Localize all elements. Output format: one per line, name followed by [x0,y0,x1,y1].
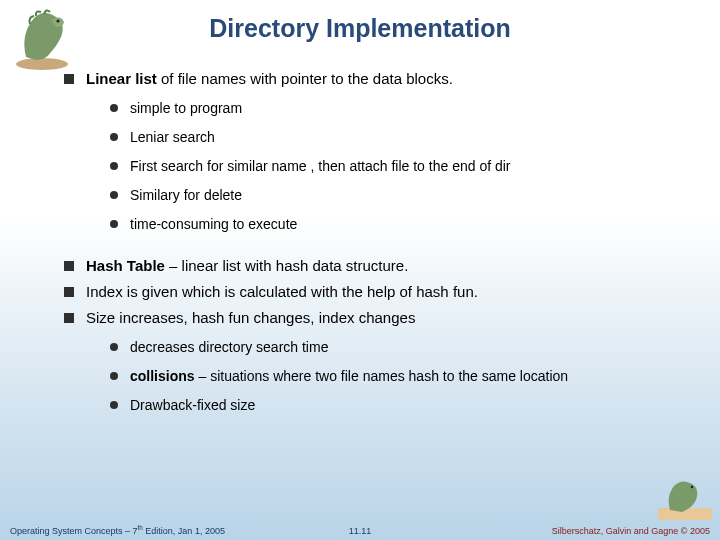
svg-point-0 [16,58,68,70]
slide-footer: Operating System Concepts – 7th Edition,… [0,524,720,536]
footer-page-number: 11.11 [349,526,372,536]
subbullet: collisions – situations where two file n… [110,367,678,386]
dot-bullet-icon [110,162,118,170]
subbullet: Leniar search [110,128,678,147]
bullet-size: Size increases, hash fun changes, index … [64,308,678,328]
dot-bullet-icon [110,191,118,199]
subbullet: simple to program [110,99,678,118]
slide-title: Directory Implementation [0,0,720,69]
subbullet: First search for similar name , then att… [110,157,678,176]
bullet-index: Index is given which is calculated with … [64,282,678,302]
slide-content: Linear list of file names with pointer t… [0,69,720,415]
dot-bullet-icon [110,220,118,228]
dot-bullet-icon [110,343,118,351]
subbullet: time-consuming to execute [110,215,678,234]
footer-copyright: Silberschatz, Galvin and Gagne © 2005 [552,526,710,536]
dot-bullet-icon [110,401,118,409]
subbullet: decreases directory search time [110,338,678,357]
bullet-linear-list: Linear list of file names with pointer t… [64,69,678,89]
square-bullet-icon [64,74,74,84]
square-bullet-icon [64,287,74,297]
dot-bullet-icon [110,133,118,141]
svg-point-3 [691,486,693,488]
dot-bullet-icon [110,372,118,380]
svg-point-1 [57,20,60,23]
dinosaur-logo-top [6,2,78,72]
bullet-hash-table: Hash Table – linear list with hash data … [64,256,678,276]
subbullet: Similary for delete [110,186,678,205]
dinosaur-logo-bottom [656,474,714,522]
footer-left: Operating System Concepts – 7th Edition,… [10,524,225,536]
dot-bullet-icon [110,104,118,112]
subbullet: Drawback-fixed size [110,396,678,415]
square-bullet-icon [64,313,74,323]
square-bullet-icon [64,261,74,271]
